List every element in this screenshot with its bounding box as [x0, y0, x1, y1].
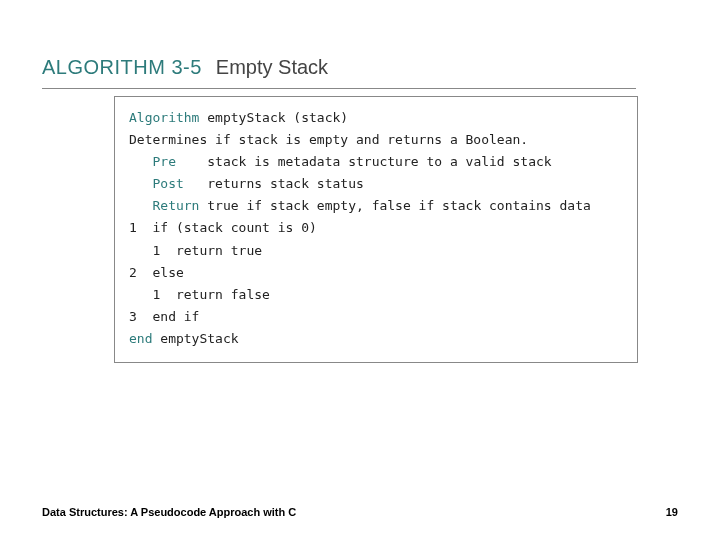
algorithm-header: ALGORITHM 3-5 Empty Stack — [42, 56, 328, 79]
code-line: Return true if stack empty, false if sta… — [129, 195, 623, 217]
keyword-post: Post — [129, 176, 184, 191]
code-line: 3 end if — [129, 306, 623, 328]
pseudocode-box: Algorithm emptyStack (stack) Determines … — [114, 96, 638, 363]
code-line: Post returns stack status — [129, 173, 623, 195]
header-divider — [42, 88, 636, 89]
page-number: 19 — [666, 506, 678, 518]
slide-footer: Data Structures: A Pseudocode Approach w… — [42, 506, 678, 518]
code-line: 1 return false — [129, 284, 623, 306]
code-line: Algorithm emptyStack (stack) — [129, 107, 623, 129]
code-line: 2 else — [129, 262, 623, 284]
code-line: 1 if (stack count is 0) — [129, 217, 623, 239]
code-line: Pre stack is metadata structure to a val… — [129, 151, 623, 173]
code-line: 1 return true — [129, 240, 623, 262]
code-text: emptyStack (stack) — [199, 110, 348, 125]
keyword-algorithm: Algorithm — [129, 110, 199, 125]
code-text: emptyStack — [152, 331, 238, 346]
algorithm-title: Empty Stack — [216, 56, 328, 79]
code-text: stack is metadata structure to a valid s… — [176, 154, 552, 169]
code-line: end emptyStack — [129, 328, 623, 350]
code-text: 1 return false — [129, 287, 270, 302]
code-text: true if stack empty, false if stack cont… — [199, 198, 590, 213]
keyword-return: Return — [129, 198, 199, 213]
code-text: 1 if (stack count is 0) — [129, 220, 317, 235]
code-text: 1 return true — [129, 243, 262, 258]
code-text: returns stack status — [184, 176, 364, 191]
keyword-pre: Pre — [129, 154, 176, 169]
algorithm-label: ALGORITHM 3-5 — [42, 56, 202, 79]
code-text: 2 else — [129, 265, 184, 280]
code-line: Determines if stack is empty and returns… — [129, 129, 623, 151]
keyword-end: end — [129, 331, 152, 346]
footer-text: Data Structures: A Pseudocode Approach w… — [42, 506, 296, 518]
code-text: 3 end if — [129, 309, 199, 324]
code-text: Determines if stack is empty and returns… — [129, 132, 528, 147]
